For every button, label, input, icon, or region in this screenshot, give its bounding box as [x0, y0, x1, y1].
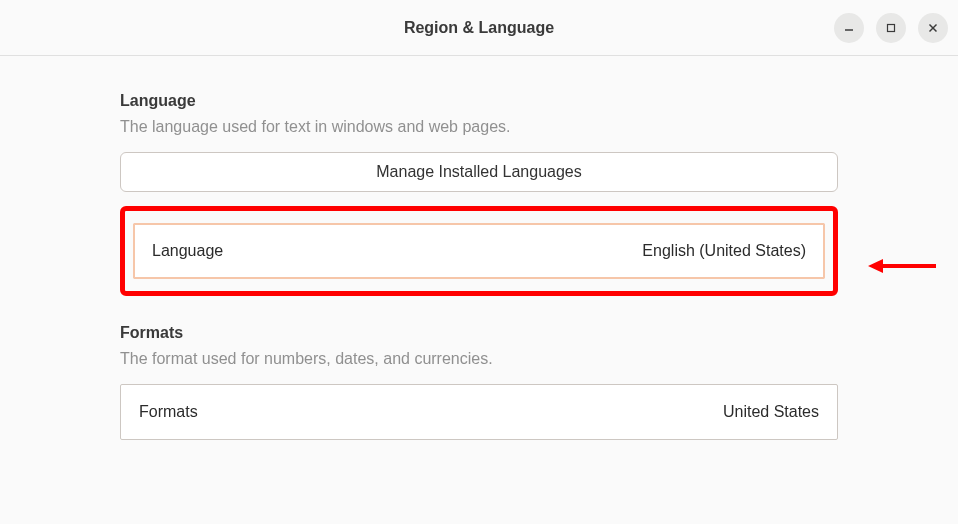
formats-section: Formats The format used for numbers, dat… [120, 324, 838, 440]
window-controls [834, 13, 948, 43]
page-title: Region & Language [404, 19, 554, 37]
minimize-icon [843, 22, 855, 34]
manage-installed-languages-label: Manage Installed Languages [376, 163, 582, 181]
manage-installed-languages-button[interactable]: Manage Installed Languages [120, 152, 838, 192]
content-area: Language The language used for text in w… [0, 56, 958, 440]
close-icon [927, 22, 939, 34]
language-section-title: Language [120, 92, 838, 110]
language-section-description: The language used for text in windows an… [120, 118, 838, 136]
minimize-button[interactable] [834, 13, 864, 43]
language-row-button[interactable]: Language English (United States) [133, 223, 825, 279]
arrow-annotation-icon [868, 256, 938, 276]
language-row-value: English (United States) [642, 242, 806, 260]
language-row-label: Language [152, 242, 223, 260]
formats-row-button[interactable]: Formats United States [120, 384, 838, 440]
formats-row-value: United States [723, 403, 819, 421]
svg-rect-1 [888, 24, 895, 31]
titlebar: Region & Language [0, 0, 958, 56]
close-button[interactable] [918, 13, 948, 43]
maximize-button[interactable] [876, 13, 906, 43]
svg-marker-5 [868, 259, 883, 273]
formats-section-description: The format used for numbers, dates, and … [120, 350, 838, 368]
maximize-icon [885, 22, 897, 34]
language-section: Language The language used for text in w… [120, 92, 838, 296]
highlight-annotation: Language English (United States) [120, 206, 838, 296]
formats-row-label: Formats [139, 403, 198, 421]
formats-section-title: Formats [120, 324, 838, 342]
